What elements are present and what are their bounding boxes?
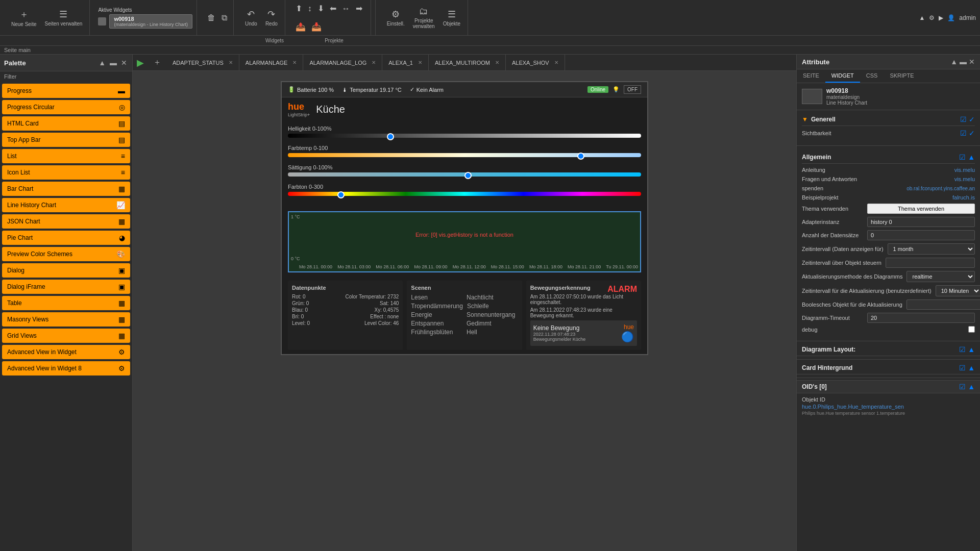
palette-item-progress[interactable]: Progress▬	[2, 84, 130, 98]
datenpunkte-panel: Datenpunkte Rot: 0Color Temperatur: 2732…	[288, 281, 403, 350]
diagramm-layout-header[interactable]: Diagramm Layout: ☑ ▲	[797, 343, 980, 356]
attr-tab-widget[interactable]: WIDGET	[825, 69, 860, 83]
scene-item[interactable]: Lesen	[411, 294, 462, 301]
tab-close-btn[interactable]: ✕	[554, 60, 558, 65]
objekte-button[interactable]: ☰ Objekte	[440, 7, 463, 29]
align-middle-button[interactable]: ↕	[306, 2, 314, 15]
scene-item[interactable]: Entspannen	[411, 320, 462, 327]
export-button[interactable]: 📤	[293, 20, 308, 34]
add-tab-button[interactable]: ＋	[148, 57, 166, 68]
redo-button[interactable]: ↷ Redo	[262, 7, 281, 29]
tab-close-btn[interactable]: ✕	[418, 60, 422, 65]
palette-item-advanced-view-in-widget-8[interactable]: Advanced View in Widget 8⚙	[2, 361, 130, 375]
spenden-row: spenden ob.ral.fcorupont.yins.caffee.an	[802, 185, 975, 191]
scene-item[interactable]: Schleife	[467, 303, 518, 310]
tab-adapter_status[interactable]: ADAPTER_STATUS✕	[166, 55, 239, 71]
scene-item[interactable]: Nachtlicht	[467, 294, 518, 301]
slider-thumb-brightness[interactable]	[387, 133, 394, 140]
import-button[interactable]: 📥	[309, 20, 324, 34]
tab-alexa_multiroom[interactable]: ALEXA_MULTIROOM✕	[429, 55, 506, 71]
tab-close-btn[interactable]: ✕	[495, 60, 499, 65]
palette-item-icon-list[interactable]: Icon List≡	[2, 165, 130, 180]
align-left-button[interactable]: ⬅	[328, 2, 338, 15]
anleitung-link[interactable]: vis.melu	[954, 167, 975, 173]
beispiel-link[interactable]: falruch.is	[952, 194, 975, 201]
palette-item-advanced-view-in-widget[interactable]: Advanced View in Widget⚙	[2, 345, 130, 359]
oid-obj-id-value[interactable]: hue.0.Philips_hue.Hue_temperature_sen	[802, 404, 975, 410]
palette-item-table[interactable]: Table▦	[2, 296, 130, 310]
tab-alarmanlage[interactable]: ALARMANLAGE✕	[239, 55, 304, 71]
tab-close-btn[interactable]: ✕	[229, 60, 233, 65]
zeitintervall-obj-label: Zeitintervall über Objekt steuern	[802, 260, 881, 266]
align-bottom-button[interactable]: ⬇	[315, 2, 326, 15]
palette-shrink-btn[interactable]: ▬	[109, 58, 118, 68]
diagramm-timeout-input[interactable]	[867, 313, 975, 323]
attr-shrink-btn[interactable]: ▬	[960, 58, 967, 66]
oid-section-header[interactable]: OID's [0] ☑ ▲	[797, 380, 980, 393]
scene-item[interactable]: Frühlingsblüten	[411, 329, 462, 336]
palette-item-line-history-chart[interactable]: Line History Chart📈	[2, 198, 130, 212]
new-page-button[interactable]: ＋ Neue Seite	[8, 6, 39, 29]
palette-item-grid-views[interactable]: Grid Views▦	[2, 329, 130, 343]
attr-tab-seite[interactable]: SEITE	[797, 69, 825, 83]
scene-item[interactable]: Gedimmt	[467, 320, 518, 327]
slider-thumb-colortemp[interactable]	[577, 153, 584, 160]
copy-button[interactable]: ⧉	[219, 11, 229, 24]
undo-button[interactable]: ↶ Undo	[242, 7, 260, 29]
zeitintervall-select[interactable]: 1 month	[888, 243, 975, 255]
scene-item[interactable]: Tropendämmerung	[411, 303, 463, 310]
palette-item-bar-chart[interactable]: Bar Chart▦	[2, 182, 130, 196]
palette-up-btn[interactable]: ▲	[97, 58, 107, 68]
boolesches-input[interactable]	[906, 299, 980, 310]
tab-close-btn[interactable]: ✕	[292, 60, 297, 65]
allgemein-header[interactable]: Allgemein ☑ ▲	[802, 151, 975, 164]
scene-item[interactable]: Energie	[411, 311, 462, 318]
light-off-button[interactable]: OFF	[624, 85, 641, 94]
align-top-button[interactable]: ⬆	[293, 2, 304, 15]
delete-button[interactable]: 🗑	[205, 11, 217, 24]
zeitint-aktualisierung-select[interactable]: 10 Minuten	[936, 285, 980, 296]
attr-tab-css[interactable]: CSS	[860, 69, 884, 83]
scene-item[interactable]: Sonnenuntergang	[467, 311, 518, 318]
card-hintergrund-header[interactable]: Card Hintergrund ☑ ▲	[797, 362, 980, 374]
palette-item-dialog[interactable]: Dialog▣	[2, 263, 130, 278]
fragen-link[interactable]: vis.melu	[954, 176, 975, 182]
slider-thumb-saturation[interactable]	[464, 172, 472, 179]
canvas-content[interactable]: 🔋 Batterie 100 % 🌡 Temperatur 19.17 °C ✓…	[133, 71, 796, 551]
attr-up-btn[interactable]: ▲	[950, 58, 958, 66]
seiten-verwalten-button[interactable]: ☰ Seiten verwalten	[41, 7, 85, 29]
thema-button[interactable]: Thema verwenden	[867, 204, 975, 214]
seiten-verwalten-label: Seiten verwalten	[44, 21, 82, 27]
palette-item-pie-chart[interactable]: Pie Chart◕	[2, 231, 130, 245]
projekte-verwalten-button[interactable]: 🗂 Projekteverwalten	[410, 4, 438, 31]
palette-item-top-app-bar[interactable]: Top App Bar▤	[2, 133, 130, 147]
spenden-link[interactable]: ob.ral.fcorupont.yins.caffee.an	[906, 186, 975, 191]
palette-item-dialog-iframe[interactable]: Dialog iFrame▣	[2, 280, 130, 294]
tab-alarmanlage_log[interactable]: ALARMANLAGE_LOG✕	[303, 55, 382, 71]
palette-item-json-chart[interactable]: JSON Chart▦	[2, 214, 130, 229]
palette-item-html-card[interactable]: HTML Card▤	[2, 116, 130, 131]
generell-header[interactable]: ▼ Generell ☑ ✓	[802, 113, 975, 126]
allgemein-label: Allgemein	[802, 154, 831, 161]
palette-item-list[interactable]: List≡	[2, 149, 130, 163]
scene-item[interactable]: Hell	[467, 329, 518, 336]
adapterinstanz-input[interactable]	[867, 217, 975, 227]
palette-item-progress-circular[interactable]: Progress Circular◎	[2, 100, 130, 114]
tab-close-btn[interactable]: ✕	[372, 60, 376, 65]
play-button[interactable]: ▶	[133, 57, 148, 68]
slider-thumb-hue[interactable]	[337, 191, 345, 198]
einstell-button[interactable]: ⚙ Einstell.	[384, 7, 408, 29]
tab-alexa_1[interactable]: ALEXA_1✕	[382, 55, 429, 71]
debug-checkbox[interactable]	[968, 326, 975, 333]
tab-alexa_shov[interactable]: ALEXA_SHOV✕	[506, 55, 565, 71]
align-center-button[interactable]: ↔	[340, 2, 352, 15]
align-right-button[interactable]: ➡	[354, 2, 364, 15]
palette-item-preview-color-schemes[interactable]: Preview Color Schemes🎨	[2, 247, 130, 261]
attr-tab-skripte[interactable]: SKRIPTE	[884, 69, 920, 83]
aktualisierung-select[interactable]: realtime	[906, 271, 975, 282]
attr-close-btn[interactable]: ✕	[969, 58, 975, 66]
zeitintervall-obj-input[interactable]	[886, 258, 975, 268]
palette-close-btn[interactable]: ✕	[120, 58, 128, 68]
palette-item-masonry-views[interactable]: Masonry Views▦	[2, 312, 130, 327]
anzahl-input[interactable]	[867, 230, 975, 240]
